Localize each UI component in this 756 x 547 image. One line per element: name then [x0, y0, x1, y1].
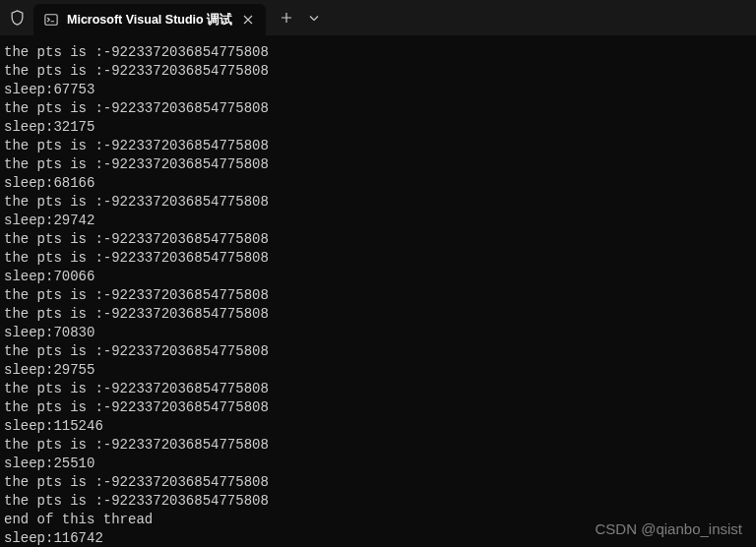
console-line: the pts is :-9223372036854775808 [4, 193, 752, 212]
console-line: the pts is :-9223372036854775808 [4, 492, 752, 511]
tab-active[interactable]: Microsoft Visual Studio 调试 [33, 4, 266, 35]
console-line: the pts is :-9223372036854775808 [4, 230, 752, 249]
console-line: the pts is :-9223372036854775808 [4, 473, 752, 492]
console-line: the pts is :-9223372036854775808 [4, 305, 752, 324]
console-line: the pts is :-9223372036854775808 [4, 43, 752, 62]
console-line: sleep:32175 [4, 118, 752, 137]
console-line: sleep:25510 [4, 455, 752, 473]
console-line: the pts is :-9223372036854775808 [4, 286, 752, 305]
shield-icon [8, 9, 26, 27]
console-line: sleep:29742 [4, 212, 752, 230]
new-tab-button[interactable] [272, 3, 301, 32]
console-line: the pts is :-9223372036854775808 [4, 155, 752, 174]
console-line: sleep:116742 [4, 529, 752, 547]
console-line: sleep:70830 [4, 324, 752, 342]
svg-rect-0 [45, 15, 57, 26]
tab-close-button[interactable] [240, 12, 256, 28]
console-line: sleep:70066 [4, 268, 752, 286]
console-line: end of this thread [4, 511, 752, 529]
console-line: sleep:67753 [4, 81, 752, 99]
tab-title: Microsoft Visual Studio 调试 [67, 12, 232, 29]
console-line: the pts is :-9223372036854775808 [4, 99, 752, 118]
console-line: sleep:29755 [4, 361, 752, 380]
console-line: the pts is :-9223372036854775808 [4, 380, 752, 398]
console-line: sleep:68166 [4, 174, 752, 193]
console-line: the pts is :-9223372036854775808 [4, 249, 752, 268]
tab-dropdown-button[interactable] [301, 3, 327, 32]
terminal-icon [43, 12, 59, 28]
console-line: the pts is :-9223372036854775808 [4, 436, 752, 455]
console-line: sleep:115246 [4, 417, 752, 436]
console-output: the pts is :-9223372036854775808the pts … [0, 35, 756, 547]
console-line: the pts is :-9223372036854775808 [4, 137, 752, 155]
console-line: the pts is :-9223372036854775808 [4, 342, 752, 361]
console-line: the pts is :-9223372036854775808 [4, 398, 752, 417]
titlebar: Microsoft Visual Studio 调试 [0, 0, 756, 35]
console-line: the pts is :-9223372036854775808 [4, 62, 752, 81]
